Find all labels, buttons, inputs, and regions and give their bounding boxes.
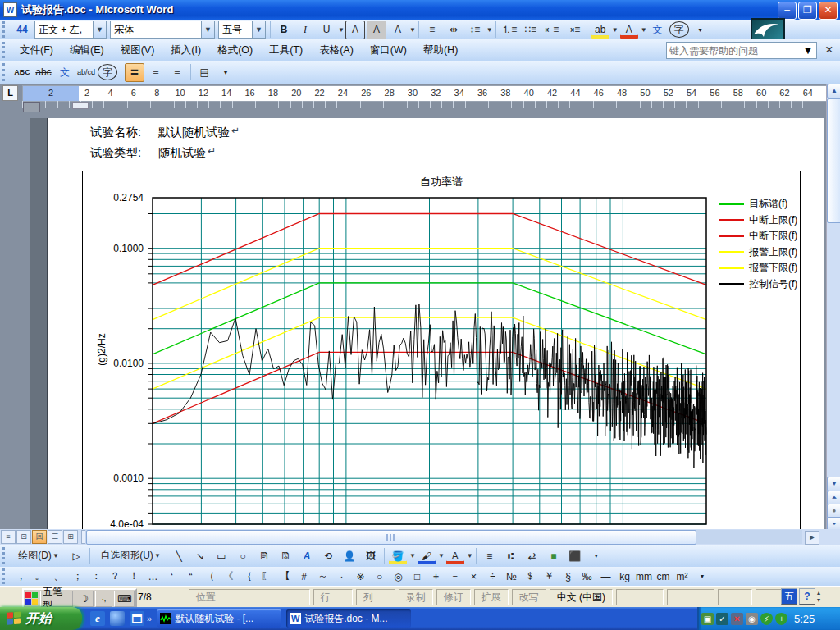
- symbol-button[interactable]: ：: [88, 568, 105, 585]
- ime-logo-icon[interactable]: [25, 592, 38, 605]
- circled-character-icon[interactable]: 字: [669, 21, 689, 38]
- symbol-button[interactable]: 【: [276, 568, 294, 585]
- oval-icon[interactable]: ○: [233, 546, 253, 565]
- symbol-button[interactable]: ；: [69, 568, 86, 585]
- scale-dropdown-icon[interactable]: ▼: [409, 26, 416, 34]
- tray-package-icon[interactable]: ▣: [701, 613, 714, 625]
- toolbar-options-icon[interactable]: ▾: [691, 21, 710, 39]
- symbol-button[interactable]: 。: [31, 568, 48, 585]
- menubar-drag-handle[interactable]: [2, 42, 9, 59]
- style-combo[interactable]: 正文 + 左,▼: [34, 21, 107, 39]
- shadow-style-icon[interactable]: ■: [544, 546, 564, 565]
- character-border-button[interactable]: A: [345, 21, 365, 39]
- horizontal-scroll-thumb[interactable]: [86, 530, 696, 545]
- bullets-button[interactable]: ∷≡: [521, 21, 541, 39]
- symbol-button[interactable]: #: [295, 568, 313, 585]
- numbering-button[interactable]: ⒈≡: [500, 21, 519, 39]
- menu-item[interactable]: 格式(O): [209, 40, 261, 61]
- horizontal-ruler[interactable]: 2 24681012141618202224262830323436384042…: [22, 85, 828, 102]
- autoshapes-menu-button[interactable]: 自选图形(U)▼: [94, 546, 167, 565]
- desktop-quicklaunch-icon[interactable]: 🗔: [130, 611, 144, 626]
- symbol-button[interactable]: ～: [314, 568, 331, 585]
- one-half-spacing-button[interactable]: ＝: [146, 63, 166, 82]
- symbol-button[interactable]: 、: [50, 568, 67, 585]
- help-search-box[interactable]: ▼: [666, 42, 817, 59]
- font-color2-icon[interactable]: A: [445, 546, 465, 565]
- symbol-button[interactable]: 《: [220, 568, 237, 585]
- clip-art-icon[interactable]: 👤: [340, 546, 359, 565]
- restore-button[interactable]: ❐: [798, 2, 817, 20]
- symbol-button[interactable]: ？: [107, 568, 124, 585]
- pinyin-guide-icon[interactable]: 文: [648, 21, 668, 39]
- enclose-characters-icon[interactable]: ab/cd: [76, 63, 96, 82]
- diagram-icon[interactable]: ⟲: [318, 546, 338, 565]
- wubi-indicator-icon[interactable]: 五: [781, 588, 797, 605]
- symbol-button[interactable]: －: [446, 568, 463, 585]
- distribute-button[interactable]: ⇹: [444, 21, 463, 39]
- toolbar-drag-handle[interactable]: [2, 21, 9, 37]
- select-objects-icon[interactable]: ▷: [66, 546, 86, 565]
- symbol-button[interactable]: cm: [655, 568, 672, 585]
- phonetic-guide-icon[interactable]: 文: [55, 63, 75, 82]
- menu-item[interactable]: 编辑(E): [62, 40, 112, 61]
- underline-button[interactable]: U: [317, 21, 336, 39]
- task-button-vibration-app[interactable]: 默认随机试验 - [...: [157, 609, 281, 628]
- first-line-indent-marker[interactable]: [72, 102, 89, 109]
- normal-view-icon[interactable]: ≡: [1, 530, 16, 544]
- menubar-close-icon[interactable]: ✕: [825, 43, 833, 56]
- symbol-button[interactable]: ○: [371, 568, 388, 585]
- spelling-grammar-icon[interactable]: ABC: [12, 63, 32, 82]
- symbol-button[interactable]: “: [182, 568, 199, 585]
- symbol-button[interactable]: ×: [465, 568, 482, 585]
- menu-item[interactable]: 窗口(W): [362, 40, 415, 61]
- symbol-button[interactable]: □: [409, 568, 426, 585]
- close-button[interactable]: ✕: [819, 2, 838, 20]
- symbol-button[interactable]: ※: [352, 568, 369, 585]
- italic-button[interactable]: I: [295, 21, 315, 39]
- symbol-button[interactable]: ！: [126, 568, 143, 585]
- line-color-icon[interactable]: 🖌: [417, 546, 436, 565]
- indent-marker-box[interactable]: [23, 102, 40, 112]
- media-player-quicklaunch-icon[interactable]: [110, 611, 125, 626]
- symbol-button[interactable]: ＋: [427, 568, 445, 585]
- symbol-button[interactable]: 〖: [258, 568, 275, 585]
- styles-pane-icon[interactable]: 44: [12, 21, 32, 39]
- ime-fullwidth-icon[interactable]: ☽: [75, 591, 94, 607]
- tray-network-disconnected-icon[interactable]: ✕: [731, 613, 743, 625]
- font-combo[interactable]: 宋体▼: [110, 21, 215, 39]
- tray-shield-bolt-icon[interactable]: ⚡: [760, 613, 773, 625]
- symbol-button[interactable]: ÷: [484, 568, 501, 585]
- symbol-button[interactable]: №: [503, 568, 520, 585]
- text-box-icon[interactable]: 🖹: [254, 546, 274, 565]
- tray-swallow-icon[interactable]: ✓: [716, 613, 728, 625]
- highlight-dropdown-icon[interactable]: ▼: [612, 26, 619, 34]
- web-layout-view-icon[interactable]: ⊡: [16, 530, 31, 544]
- symbol-button[interactable]: ‘: [163, 568, 180, 585]
- tray-speaker-icon[interactable]: ◉: [746, 613, 758, 625]
- print-layout-view-icon[interactable]: 回: [32, 530, 47, 544]
- reading-view-icon[interactable]: ⊞: [63, 530, 78, 544]
- drawing-drag-handle[interactable]: [2, 547, 9, 565]
- quicklaunch-more-icon[interactable]: »: [147, 614, 152, 623]
- double-spacing-button[interactable]: ＝: [167, 63, 187, 82]
- start-button[interactable]: 开始: [0, 607, 82, 630]
- ime-method-button[interactable]: 五笔型: [40, 591, 73, 607]
- picture-icon[interactable]: 🖼: [361, 546, 381, 565]
- symbol-button[interactable]: ｛: [239, 568, 256, 585]
- menu-item[interactable]: 表格(A): [311, 40, 362, 61]
- justify-button[interactable]: ≡: [422, 21, 442, 39]
- menu-item[interactable]: 插入(I): [162, 40, 209, 61]
- columns-icon[interactable]: ▤: [194, 63, 214, 82]
- horizontal-scroll-track[interactable]: [85, 530, 802, 544]
- toolbar-options2-icon[interactable]: ▾: [216, 63, 235, 82]
- minimize-button[interactable]: –: [778, 2, 797, 20]
- symbol-button[interactable]: kg: [616, 568, 633, 585]
- line-style-icon[interactable]: ≡: [480, 546, 500, 565]
- vertical-text-box-icon[interactable]: 🖺: [276, 546, 295, 565]
- proofing-drag-handle[interactable]: [2, 63, 9, 81]
- symbol-button[interactable]: mm: [635, 568, 653, 585]
- vertical-scrollbar[interactable]: ▲ ▼ ⏶ ● ⏷: [826, 84, 840, 529]
- font-color-button[interactable]: A: [619, 21, 639, 39]
- ie-quicklaunch-icon[interactable]: e: [90, 611, 105, 626]
- help-search-input[interactable]: [667, 44, 802, 57]
